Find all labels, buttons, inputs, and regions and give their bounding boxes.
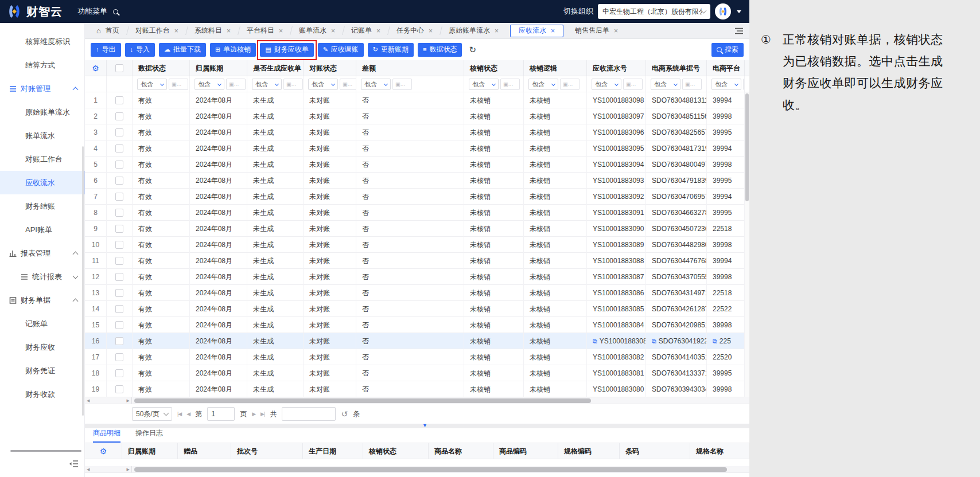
row-checkbox[interactable] (115, 144, 123, 153)
row-checkbox[interactable] (115, 193, 123, 201)
row-checkbox[interactable] (115, 369, 123, 377)
tab-close-icon[interactable]: × (429, 27, 433, 35)
导出-button[interactable]: ↑导出 (91, 43, 121, 57)
copy-icon[interactable]: ⧉ (593, 338, 597, 345)
prev-page-button[interactable]: ◀ (186, 411, 190, 417)
导入-button[interactable]: ↓导入 (125, 43, 155, 57)
filter-value-input[interactable]: ▣… (169, 79, 188, 90)
row-checkbox[interactable] (115, 112, 123, 120)
table-row[interactable]: 9有效2024年08月未生成未对账否未核销未核销YS10001883090SDO… (85, 221, 749, 237)
sidebar-item-财务凭证[interactable]: 财务凭证 (0, 359, 84, 382)
first-page-button[interactable]: |◀ (177, 411, 181, 417)
row-checkbox[interactable] (115, 177, 123, 185)
sidebar-item-统计报表[interactable]: 统计报表 (0, 265, 84, 288)
table-row[interactable]: 17有效2024年08月未生成未对账否未核销未核销YS10001883082SD… (85, 349, 749, 365)
scroll-left-icon[interactable]: ◀ (87, 398, 90, 402)
tab-平台科目[interactable]: 平台科目× (239, 23, 291, 38)
tab-close-icon[interactable]: × (279, 27, 283, 35)
detail-tab-操作日志[interactable]: 操作日志 (135, 428, 163, 443)
tab-系统科目[interactable]: 系统科目× (186, 23, 239, 38)
global-search-icon[interactable] (113, 9, 118, 14)
sidebar-item-原始账单流水[interactable]: 原始账单流水 (0, 100, 84, 124)
row-checkbox[interactable] (115, 385, 123, 393)
filter-value-input[interactable]: ▣… (682, 79, 702, 90)
row-checkbox[interactable] (115, 209, 123, 217)
sidebar-item-核算维度标识[interactable]: 核算维度标识 (0, 30, 84, 53)
table-row[interactable]: 19有效2024年08月未生成未对账否未核销未核销YS10001883080SD… (85, 381, 749, 397)
sidebar-item-财务结账[interactable]: 财务结账 (0, 194, 84, 218)
filter-value-input[interactable]: ▣… (340, 79, 356, 90)
last-page-button[interactable]: ▶| (260, 411, 265, 417)
page-number-input[interactable] (207, 407, 235, 421)
scrollbar-thumb[interactable] (134, 398, 591, 403)
filter-value-input[interactable]: ▣… (560, 79, 580, 90)
scroll-right-icon[interactable]: ▶ (127, 467, 130, 471)
table-row[interactable]: 11有效2024年08月未生成未对账否未核销未核销YS10001883088SD… (85, 253, 749, 269)
sidebar-item-对账工作台[interactable]: 对账工作台 (0, 147, 84, 171)
filter-operator-select[interactable]: 包含 (361, 79, 391, 90)
row-checkbox[interactable] (115, 241, 123, 249)
table-row[interactable]: 16有效2024年08月未生成未对账否未核销未核销⧉YS10001883083⧉… (85, 333, 749, 349)
filter-value-input[interactable]: ▣… (226, 79, 246, 90)
filter-operator-select[interactable]: 包含 (137, 79, 167, 90)
search-button[interactable]: 搜索 (711, 43, 744, 57)
sidebar-item-API账单[interactable]: API账单 (0, 218, 84, 241)
filter-operator-select[interactable]: 包含 (711, 79, 741, 90)
main-columns-scrollbar[interactable] (132, 466, 749, 472)
table-row[interactable]: 8有效2024年08月未生成未对账否未核销未核销YS10001883091SDO… (85, 205, 749, 221)
sidebar-horizontal-scrollbar[interactable] (10, 450, 81, 452)
sidebar-collapse-button[interactable] (69, 460, 79, 470)
sidebar-item-财务应收[interactable]: 财务应收 (0, 335, 84, 359)
main-columns-scrollbar[interactable] (132, 397, 749, 404)
sidebar-item-财务单据[interactable]: 财务单据 (0, 288, 84, 312)
table-row[interactable]: 3有效2024年08月未生成未对账否未核销未核销YS10001883096SDO… (85, 124, 749, 140)
数据状态-button[interactable]: ≡数据状态 (418, 43, 462, 57)
table-row[interactable]: 4有效2024年08月未生成未对账否未核销未核销YS10001883095SDO… (85, 140, 749, 157)
filter-operator-select[interactable]: 包含 (528, 79, 558, 90)
detail-horizontal-scrollbar[interactable]: ◀ ▶ (85, 466, 749, 473)
应收调账-button[interactable]: ✎应收调账 (318, 43, 364, 57)
sidebar-item-财务收款[interactable]: 财务收款 (0, 382, 84, 406)
panel-splitter[interactable]: ▼ (85, 424, 749, 428)
row-checkbox[interactable] (115, 353, 123, 361)
row-checkbox[interactable] (115, 321, 123, 329)
filter-operator-select[interactable]: 包含 (252, 79, 282, 90)
frozen-columns-scrollbar[interactable]: ◀ ▶ (85, 397, 132, 404)
total-count-input[interactable] (282, 407, 336, 421)
table-row[interactable]: 7有效2024年08月未生成未对账否未核销未核销YS10001883092SDO… (85, 189, 749, 205)
sidebar-item-结算方式[interactable]: 结算方式 (0, 53, 84, 77)
filter-value-input[interactable]: ▣… (500, 79, 520, 90)
table-row[interactable]: 2有效2024年08月未生成未对账否未核销未核销YS10001883097SDO… (85, 108, 749, 124)
table-vertical-scrollbar[interactable] (745, 92, 749, 397)
scrollbar-thumb[interactable] (134, 467, 727, 472)
tab-对账工作台[interactable]: 对账工作台× (127, 23, 186, 38)
table-row[interactable]: 1有效2024年08月未生成未对账否未核销未核销YS10001883098SDO… (85, 92, 749, 108)
table-row[interactable]: 18有效2024年08月未生成未对账否未核销未核销YS10001883081SD… (85, 365, 749, 381)
page-size-select[interactable]: 50条/页 (132, 407, 172, 421)
table-row[interactable]: 6有效2024年08月未生成未对账否未核销未核销YS10001883093SDO… (85, 173, 749, 189)
frozen-columns-scrollbar[interactable]: ◀ ▶ (85, 466, 132, 472)
filter-operator-select[interactable]: 包含 (651, 79, 680, 90)
select-all-checkbox[interactable] (115, 64, 123, 72)
tab-原始账单流水[interactable]: 原始账单流水× (441, 23, 507, 38)
tab-close-icon[interactable]: × (614, 27, 618, 35)
row-checkbox[interactable] (115, 305, 123, 313)
row-checkbox[interactable] (115, 161, 123, 169)
tab-close-icon[interactable]: × (495, 27, 499, 35)
sidebar-vertical-scrollbar[interactable] (82, 146, 84, 416)
tab-首页[interactable]: ⌂首页 (88, 23, 127, 38)
splitter-handle-icon[interactable]: ▼ (422, 423, 427, 428)
tab-close-icon[interactable]: × (174, 27, 178, 35)
table-row[interactable]: 12有效2024年08月未生成未对账否未核销未核销YS10001883087SD… (85, 269, 749, 285)
row-checkbox[interactable] (115, 273, 123, 281)
next-page-button[interactable]: ▶ (252, 411, 255, 417)
filter-operator-select[interactable]: 包含 (469, 79, 499, 90)
财务应收单-button[interactable]: ▤财务应收单 (260, 43, 313, 57)
account-logo-button[interactable] (715, 3, 731, 19)
批量下载-button[interactable]: ☁批量下载 (159, 43, 206, 57)
tab-list-icon[interactable] (734, 28, 744, 34)
tab-close-icon[interactable]: × (551, 27, 555, 35)
function-menu-button[interactable]: 功能菜单 (77, 6, 107, 17)
tab-close-icon[interactable]: × (376, 27, 380, 35)
filter-operator-select[interactable]: 包含 (592, 79, 621, 90)
